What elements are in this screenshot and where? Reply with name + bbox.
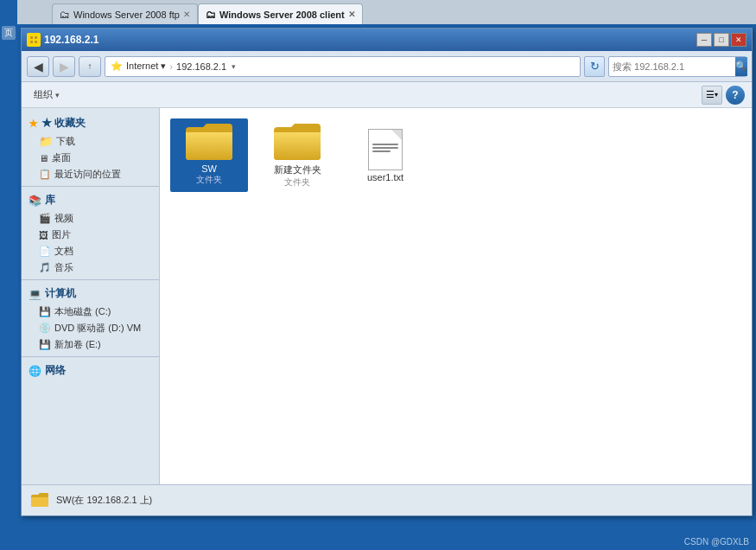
sidebar-item-download[interactable]: 📁 下载 <box>22 133 159 150</box>
minimize-button[interactable]: ─ <box>696 33 712 47</box>
view-icon: ☰ <box>706 89 715 100</box>
sidebar-item-recent[interactable]: 📋 最近访问的位置 <box>22 166 159 182</box>
address-dropdown-arrow: ▾ <box>232 62 236 71</box>
file-item-user1[interactable]: user1.txt <box>346 125 424 186</box>
divider-3 <box>22 356 159 357</box>
forward-button[interactable]: ▶ <box>53 56 75 77</box>
sidebar-item-document[interactable]: 📄 文档 <box>22 243 159 259</box>
svg-rect-3 <box>30 41 33 43</box>
dvd-icon: 💿 <box>39 323 51 334</box>
video-label: 视频 <box>54 212 73 225</box>
browser-tabs: 🗂 Windows Server 2008 ftp ✕ 🗂 Windows Se… <box>17 0 756 24</box>
dvd-label: DVD 驱动器 (D:) VM <box>54 322 141 335</box>
sidebar-header-favorites[interactable]: ★ ★ 收藏夹 <box>22 113 159 133</box>
maximize-button[interactable]: □ <box>714 33 729 47</box>
file-item-new-folder[interactable]: 新建文件夹 文件夹 <box>258 118 336 192</box>
address-bar[interactable]: ⭐ Internet ▾ › 192.168.2.1 ▾ <box>105 56 581 77</box>
download-icon: 📁 <box>39 135 53 148</box>
sw-folder-name: SW <box>201 163 217 174</box>
address-bar-icon: ⭐ <box>111 61 123 72</box>
tab-ftp[interactable]: 🗂 Windows Server 2008 ftp ✕ <box>52 3 198 24</box>
computer-label: 计算机 <box>45 286 76 301</box>
document-icon: 📄 <box>39 246 51 257</box>
back-button[interactable]: ◀ <box>27 56 49 77</box>
main-area: ★ ★ 收藏夹 📁 下载 🖥 桌面 📋 最近访问的位置 <box>22 108 752 484</box>
sidebar-item-video[interactable]: 🎬 视频 <box>22 210 159 227</box>
help-button[interactable]: ? <box>726 86 745 105</box>
window-title: 192.168.2.1 <box>44 34 693 46</box>
divider-2 <box>22 279 159 280</box>
c-drive-label: 本地磁盘 (C:) <box>54 305 111 318</box>
left-bar: 页 <box>0 0 17 550</box>
help-icon: ? <box>732 89 738 101</box>
sidebar-item-c-drive[interactable]: 💾 本地磁盘 (C:) <box>22 304 159 320</box>
sidebar-section-library: 📚 库 🎬 视频 🖼 图片 📄 文档 🎵 音乐 <box>22 190 159 276</box>
library-icon: 📚 <box>29 195 41 207</box>
sidebar-section-computer: 💻 计算机 💾 本地磁盘 (C:) 💿 DVD 驱动器 (D:) VM 💾 新加… <box>22 284 159 353</box>
window-controls: ─ □ ✕ <box>696 33 746 47</box>
image-icon: 🖼 <box>39 230 48 240</box>
status-text: SW(在 192.168.2.1 上) <box>56 494 152 507</box>
computer-icon: 💻 <box>29 288 41 300</box>
video-icon: 🎬 <box>39 213 51 224</box>
address-separator: › <box>169 61 173 72</box>
sidebar-item-music[interactable]: 🎵 音乐 <box>22 259 159 276</box>
divider-1 <box>22 186 159 187</box>
view-dropdown: ▾ <box>715 91 718 99</box>
svg-rect-2 <box>35 36 37 39</box>
library-label: 库 <box>45 193 55 208</box>
tab-client[interactable]: 🗂 Windows Server 2008 client ✕ <box>198 3 363 24</box>
sw-folder-icon <box>184 122 234 162</box>
organize-label: 组织 <box>34 88 53 101</box>
address-ip: 192.168.2.1 <box>176 61 226 72</box>
window-icon <box>27 33 41 47</box>
tab-ftp-close[interactable]: ✕ <box>183 10 190 19</box>
search-button[interactable]: 🔍 <box>735 57 747 76</box>
music-label: 音乐 <box>54 261 73 274</box>
sidebar-item-desktop[interactable]: 🖥 桌面 <box>22 150 159 166</box>
tab-ftp-label: Windows Server 2008 ftp <box>73 10 180 20</box>
document-label: 文档 <box>54 245 73 258</box>
nav-toolbar: ◀ ▶ ↑ ⭐ Internet ▾ › 192.168.2.1 ▾ ↻ 🔍 <box>22 51 752 82</box>
new-folder-sublabel: 文件夹 <box>284 176 310 189</box>
recent-icon: 📋 <box>39 169 51 180</box>
search-input[interactable] <box>609 57 735 76</box>
svg-rect-4 <box>35 41 37 43</box>
up-button[interactable]: ↑ <box>79 56 101 77</box>
sidebar-header-network[interactable]: 🌐 网络 <box>22 361 159 381</box>
sidebar-header-library[interactable]: 📚 库 <box>22 190 159 210</box>
hdd-icon: 💾 <box>39 306 51 317</box>
refresh-button[interactable]: ↻ <box>584 56 605 77</box>
cmd-right-area: ☰ ▾ ? <box>702 86 745 105</box>
sidebar-section-favorites: ★ ★ 收藏夹 📁 下载 🖥 桌面 📋 最近访问的位置 <box>22 113 159 182</box>
sidebar-header-computer[interactable]: 💻 计算机 <box>22 284 159 304</box>
recent-label: 最近访问的位置 <box>54 168 121 181</box>
sidebar: ★ ★ 收藏夹 📁 下载 🖥 桌面 📋 最近访问的位置 <box>22 108 160 484</box>
tab-client-icon: 🗂 <box>206 9 216 21</box>
user1-name: user1.txt <box>367 172 403 182</box>
svg-rect-0 <box>29 35 39 45</box>
tab-client-close[interactable]: ✕ <box>348 10 355 19</box>
left-bar-icon[interactable]: 页 <box>2 26 16 40</box>
view-button[interactable]: ☰ ▾ <box>702 86 722 105</box>
tab-client-label: Windows Server 2008 client <box>219 10 345 20</box>
command-bar: 组织 ▾ ☰ ▾ ? <box>22 82 752 108</box>
status-bar: SW(在 192.168.2.1 上) <box>22 484 752 515</box>
search-bar[interactable]: 🔍 <box>608 56 746 77</box>
favorites-label: ★ 收藏夹 <box>41 116 86 131</box>
tab-ftp-icon: 🗂 <box>60 9 70 21</box>
sw-folder-sublabel: 文件夹 <box>196 174 222 186</box>
svg-rect-1 <box>30 36 33 39</box>
network-label: 网络 <box>45 363 66 378</box>
image-label: 图片 <box>52 228 71 241</box>
file-item-sw[interactable]: SW 文件夹 <box>170 118 248 192</box>
sidebar-item-image[interactable]: 🖼 图片 <box>22 227 159 243</box>
sidebar-item-dvd[interactable]: 💿 DVD 驱动器 (D:) VM <box>22 320 159 336</box>
favorites-icon: ★ <box>29 118 38 130</box>
close-button[interactable]: ✕ <box>731 33 746 47</box>
new-folder-name: 新建文件夹 <box>274 163 321 176</box>
status-folder-icon <box>30 493 49 508</box>
organize-button[interactable]: 组织 ▾ <box>29 86 65 103</box>
title-bar: 192.168.2.1 ─ □ ✕ <box>22 29 752 51</box>
sidebar-item-e-drive[interactable]: 💾 新加卷 (E:) <box>22 336 159 353</box>
